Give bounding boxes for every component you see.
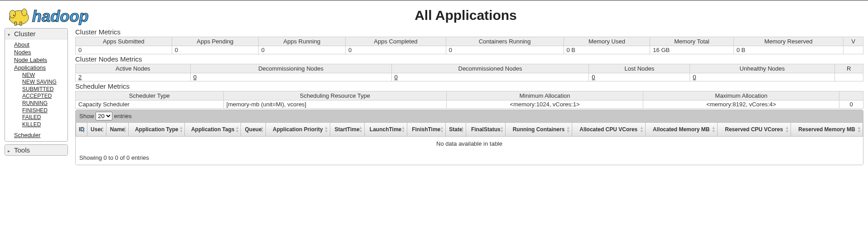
svg-rect-5 bbox=[20, 22, 22, 25]
sidebar-cluster-header[interactable]: ▾Cluster bbox=[5, 29, 68, 39]
svg-point-3 bbox=[13, 15, 14, 16]
td-scheduler-type: Capacity Scheduler bbox=[76, 100, 224, 109]
sidebar-link-about[interactable]: About bbox=[14, 41, 63, 49]
link-lost-nodes[interactable]: 0 bbox=[592, 74, 595, 81]
th-unhealthy-nodes: Unhealthy Nodes bbox=[690, 64, 834, 73]
sidebar-cluster-section: ▾Cluster About Nodes Node Labels Applica… bbox=[5, 28, 68, 142]
page-title: All Applications bbox=[122, 8, 809, 23]
cluster-metrics-title: Cluster Metrics bbox=[75, 28, 863, 36]
th-scheduler-type: Scheduler Type bbox=[76, 91, 224, 100]
page-size-select[interactable]: 20 bbox=[96, 112, 112, 120]
th-max-allocation: Maximum Allocation bbox=[643, 91, 839, 100]
col-queue[interactable]: Queue▲▼ bbox=[241, 123, 266, 137]
sort-icon: ▲▼ bbox=[640, 126, 644, 133]
td-memory-used: 0 B bbox=[564, 46, 650, 54]
td-scheduler-extra: 0 bbox=[839, 100, 863, 109]
th-apps-pending: Apps Pending bbox=[172, 37, 258, 46]
sidebar-tools-section: ▸Tools bbox=[5, 144, 68, 156]
sort-icon: ▲▼ bbox=[712, 126, 716, 133]
svg-point-2 bbox=[22, 9, 27, 16]
th-scheduler-extra bbox=[839, 91, 863, 100]
sidebar-link-nodes[interactable]: Nodes bbox=[14, 49, 63, 57]
col-name[interactable]: Name▲▼ bbox=[106, 123, 129, 137]
td-apps-running: 0 bbox=[258, 46, 345, 54]
th-memory-total: Memory Total bbox=[650, 37, 733, 46]
th-active-nodes: Active Nodes bbox=[76, 64, 191, 73]
sort-icon: ▲▼ bbox=[440, 126, 444, 133]
sidebar: ▾Cluster About Nodes Node Labels Applica… bbox=[5, 28, 68, 165]
th-min-allocation: Minimum Allocation bbox=[447, 91, 643, 100]
sort-icon: ▲▼ bbox=[235, 126, 239, 133]
sort-icon: ▲▼ bbox=[123, 126, 127, 133]
td-memory-total: 16 GB bbox=[650, 46, 733, 54]
th-scheduling-resource-type: Scheduling Resource Type bbox=[223, 91, 447, 100]
col-alloc-cpu[interactable]: Allocated CPU VCores▲▼ bbox=[572, 123, 645, 137]
scheduler-metrics-table: Scheduler Type Scheduling Resource Type … bbox=[75, 91, 863, 109]
col-app-tags[interactable]: Application Tags▲▼ bbox=[185, 123, 241, 137]
sidebar-link-new[interactable]: NEW bbox=[22, 72, 63, 79]
sort-icon: ▲▼ bbox=[566, 126, 570, 133]
td-min-allocation: <memory:1024, vCores:1> bbox=[447, 100, 643, 109]
sidebar-link-node-labels[interactable]: Node Labels bbox=[14, 57, 63, 64]
link-decommissioning-nodes[interactable]: 0 bbox=[193, 74, 197, 81]
cluster-metrics-table: Apps Submitted Apps Pending Apps Running… bbox=[75, 37, 863, 54]
sidebar-link-applications[interactable]: Applications bbox=[14, 64, 63, 72]
th-containers-running: Containers Running bbox=[446, 37, 564, 46]
col-app-priority[interactable]: Application Priority▲▼ bbox=[266, 123, 330, 137]
sidebar-link-running[interactable]: RUNNING bbox=[22, 100, 63, 107]
empty-table-message: No data available in table bbox=[76, 137, 863, 151]
th-lost-nodes: Lost Nodes bbox=[589, 64, 690, 73]
col-res-mem[interactable]: Reserved Memory MB▲▼ bbox=[791, 123, 863, 137]
td-vcores bbox=[843, 46, 863, 54]
col-state[interactable]: State▲▼ bbox=[445, 123, 466, 137]
col-res-cpu[interactable]: Reserved CPU VCores▲▼ bbox=[717, 123, 791, 137]
col-finish-time[interactable]: FinishTime▲▼ bbox=[407, 123, 445, 137]
th-memory-used: Memory Used bbox=[564, 37, 650, 46]
th-apps-completed: Apps Completed bbox=[346, 37, 446, 46]
td-containers-running: 0 bbox=[446, 46, 564, 54]
col-user[interactable]: User▲▼ bbox=[87, 123, 106, 137]
td-memory-reserved: 0 B bbox=[733, 46, 843, 54]
col-running-containers[interactable]: Running Containers▲▼ bbox=[506, 123, 572, 137]
td-scheduling-resource-type: [memory-mb (unit=Mi), vcores] bbox=[223, 100, 447, 109]
sort-icon: ▲▼ bbox=[260, 126, 264, 133]
cluster-nodes-metrics-title: Cluster Nodes Metrics bbox=[75, 55, 863, 63]
sidebar-link-killed[interactable]: KILLED bbox=[22, 121, 63, 129]
sidebar-link-failed[interactable]: FAILED bbox=[22, 114, 63, 121]
link-active-nodes[interactable]: 2 bbox=[78, 74, 82, 81]
sort-icon: ▲▼ bbox=[101, 126, 105, 133]
datatable-info: Showing 0 to 0 of 0 entries bbox=[76, 151, 863, 165]
sidebar-link-new-saving[interactable]: NEW SAVING bbox=[22, 79, 63, 86]
sort-icon: ▲▼ bbox=[179, 126, 183, 133]
link-decommissioned-nodes[interactable]: 0 bbox=[395, 74, 398, 81]
col-app-type[interactable]: Application Type▲▼ bbox=[129, 123, 185, 137]
td-max-allocation: <memory:8192, vCores:4> bbox=[643, 100, 839, 109]
col-final-status[interactable]: FinalStatus▲▼ bbox=[466, 123, 506, 137]
td-apps-pending: 0 bbox=[172, 46, 258, 54]
col-launch-time[interactable]: LaunchTime▲▼ bbox=[364, 123, 407, 137]
triangle-down-icon: ▾ bbox=[8, 32, 12, 37]
sort-icon: ▲▼ bbox=[401, 126, 405, 133]
th-rebooted-nodes: R bbox=[834, 64, 863, 73]
svg-point-1 bbox=[10, 10, 15, 18]
sidebar-link-finished[interactable]: FINISHED bbox=[22, 107, 63, 114]
th-decommissioned-nodes: Decommissioned Nodes bbox=[391, 64, 589, 73]
sidebar-link-scheduler[interactable]: Scheduler bbox=[14, 132, 63, 139]
col-id[interactable]: ID▲▼ bbox=[76, 123, 87, 137]
col-alloc-mem[interactable]: Allocated Memory MB▲▼ bbox=[645, 123, 717, 137]
sidebar-link-submitted[interactable]: SUBMITTED bbox=[22, 86, 63, 93]
sort-asc-icon: ▲▼ bbox=[82, 126, 86, 133]
sort-icon: ▲▼ bbox=[460, 126, 464, 133]
datatable-length-control: Show 20 entries bbox=[76, 110, 863, 122]
svg-rect-4 bbox=[14, 22, 16, 25]
col-start-time[interactable]: StartTime▲▼ bbox=[330, 123, 364, 137]
link-unhealthy-nodes[interactable]: 0 bbox=[693, 74, 696, 81]
applications-table-wrapper: Show 20 entries ID▲▼ User▲▼ Name▲▼ Appli… bbox=[75, 110, 863, 165]
triangle-right-icon: ▸ bbox=[8, 148, 12, 153]
sidebar-link-accepted[interactable]: ACCEPTED bbox=[22, 93, 63, 100]
td-apps-submitted: 0 bbox=[76, 46, 172, 54]
sidebar-tools-header[interactable]: ▸Tools bbox=[5, 145, 68, 155]
applications-table: ID▲▼ User▲▼ Name▲▼ Application Type▲▼ Ap… bbox=[76, 122, 863, 151]
th-apps-submitted: Apps Submitted bbox=[76, 37, 172, 46]
th-vcores: V bbox=[843, 37, 863, 46]
